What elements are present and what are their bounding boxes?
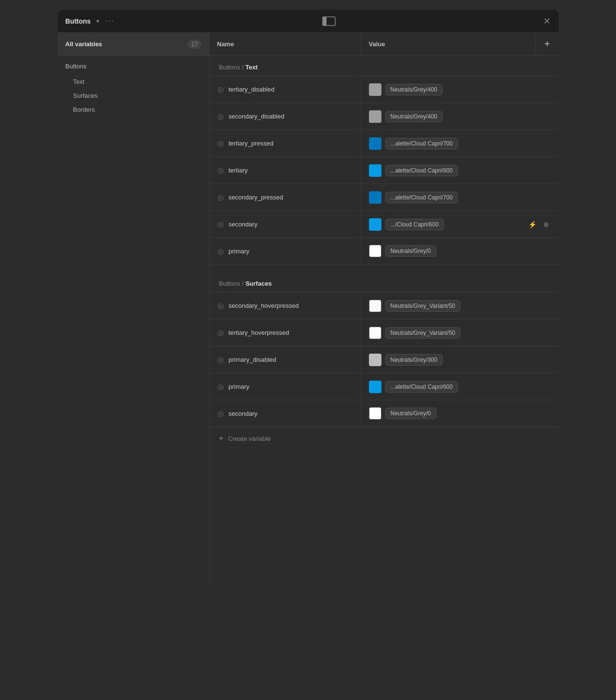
value-chip: Neutrals/Grey/0	[385, 408, 436, 419]
value-chip: ...alette/Cloud Capri/600	[385, 381, 458, 393]
sidebar-header: All variables 17	[58, 33, 209, 56]
text-group-header: Buttons / Text	[210, 56, 559, 76]
create-variable-label: Create variable	[228, 435, 271, 442]
color-swatch[interactable]	[369, 327, 381, 339]
var-value-cell[interactable]: Neutrals/Grey_Variant/50	[361, 292, 559, 319]
sidebar-item-text[interactable]: Text	[58, 75, 209, 89]
var-value-cell[interactable]: .../Cloud Capri/600 ⚡ ⊕	[361, 211, 559, 238]
table-row: ◎ secondary_disabled Neutrals/Grey/400	[210, 103, 559, 130]
color-swatch[interactable]	[369, 245, 381, 257]
variable-name: secondary	[229, 410, 258, 417]
app-window: Buttons ▾ ··· ✕ All variables 17 Buttons…	[58, 10, 559, 588]
title-text: Buttons	[66, 17, 91, 25]
value-chip: Neutrals/Grey_Variant/50	[385, 300, 461, 312]
color-variable-icon: ◎	[217, 112, 224, 121]
sidebar-item-surfaces[interactable]: Surfaces	[58, 89, 209, 103]
value-chip: ...alette/Cloud Capri/600	[385, 165, 458, 176]
variable-name: secondary	[229, 221, 258, 228]
color-variable-icon: ◎	[217, 355, 224, 364]
var-value-cell[interactable]: Neutrals/Grey_Variant/50	[361, 319, 559, 346]
surfaces-group: Buttons / Surfaces ◎ secondary_hoverpres…	[210, 272, 559, 427]
title-bar-left: Buttons ▾ ···	[66, 17, 115, 26]
variable-name: tertiary_hoverpressed	[229, 329, 289, 336]
value-chip: Neutrals/Grey/300	[385, 354, 443, 366]
table-row: ◎ tertiary ...alette/Cloud Capri/600	[210, 157, 559, 184]
close-button[interactable]: ✕	[543, 17, 550, 26]
var-name-cell: ◎ tertiary_hoverpressed	[210, 319, 361, 346]
var-value-cell[interactable]: Neutrals/Grey/300	[361, 346, 559, 373]
variable-name: secondary_disabled	[229, 113, 285, 120]
color-variable-icon: ◎	[217, 382, 224, 391]
more-options-button[interactable]: ···	[105, 17, 114, 26]
var-name-cell: ◎ tertiary_pressed	[210, 130, 361, 157]
var-value-cell[interactable]: ...alette/Cloud Capri/700	[361, 130, 559, 157]
var-name-cell: ◎ tertiary_disabled	[210, 76, 361, 103]
value-chip: Neutrals/Grey/0	[385, 245, 436, 257]
panel-toggle-button[interactable]	[322, 16, 336, 26]
variable-actions: ⚡ ⊕	[526, 219, 551, 230]
content-header: Name Value +	[210, 33, 559, 56]
var-value-cell[interactable]: ...alette/Cloud Capri/600	[361, 373, 559, 400]
variable-name: tertiary	[229, 167, 248, 174]
table-row: ◎ tertiary_pressed ...alette/Cloud Capri…	[210, 130, 559, 157]
table-row: ◎ tertiary_hoverpressed Neutrals/Grey_Va…	[210, 319, 559, 346]
color-swatch[interactable]	[369, 191, 381, 204]
color-swatch[interactable]	[369, 300, 381, 312]
variable-name: tertiary_pressed	[229, 140, 274, 147]
variable-name: primary	[229, 248, 249, 255]
table-row: ◎ secondary_pressed ...alette/Cloud Capr…	[210, 184, 559, 211]
value-chip: Neutrals/Grey_Variant/50	[385, 327, 461, 339]
add-variable-button[interactable]: +	[536, 33, 559, 55]
color-swatch[interactable]	[369, 407, 381, 420]
variable-name: secondary_pressed	[229, 194, 283, 201]
var-name-cell: ◎ secondary	[210, 211, 361, 238]
unlink-button[interactable]: ⚡	[526, 219, 538, 230]
svg-rect-1	[323, 17, 327, 26]
panel-icon	[322, 16, 336, 26]
buttons-section-title: Buttons	[66, 63, 201, 70]
value-chip: Neutrals/Grey/400	[385, 111, 443, 122]
variable-name: tertiary_disabled	[229, 86, 275, 93]
all-variables-label: All variables	[66, 40, 103, 48]
color-swatch[interactable]	[369, 110, 381, 123]
color-swatch[interactable]	[369, 218, 381, 231]
var-name-cell: ◎ primary	[210, 373, 361, 400]
var-name-cell: ◎ secondary_hoverpressed	[210, 292, 361, 319]
content: Name Value + Buttons / Text ◎ tertiary_d…	[210, 33, 559, 588]
buttons-section: Buttons	[58, 56, 209, 75]
color-swatch[interactable]	[369, 164, 381, 177]
color-swatch[interactable]	[369, 354, 381, 366]
color-swatch[interactable]	[369, 83, 381, 96]
title-bar: Buttons ▾ ··· ✕	[58, 10, 559, 33]
sidebar-item-borders[interactable]: Borders	[58, 103, 209, 117]
create-variable-button[interactable]: + Create variable	[210, 427, 559, 449]
value-chip: Neutrals/Grey/400	[385, 84, 443, 95]
variable-name: secondary_hoverpressed	[229, 302, 299, 309]
var-value-cell[interactable]: ...alette/Cloud Capri/600	[361, 157, 559, 184]
var-value-cell[interactable]: Neutrals/Grey/400	[361, 103, 559, 130]
color-swatch[interactable]	[369, 137, 381, 150]
var-value-cell[interactable]: ...alette/Cloud Capri/700	[361, 184, 559, 211]
color-swatch[interactable]	[369, 381, 381, 393]
color-variable-icon: ◎	[217, 166, 224, 175]
value-column-header: Value	[361, 33, 536, 55]
color-variable-icon: ◎	[217, 328, 224, 337]
var-name-cell: ◎ secondary_disabled	[210, 103, 361, 130]
table-row: ◎ primary ...alette/Cloud Capri/600	[210, 373, 559, 400]
plus-icon: +	[219, 434, 223, 443]
color-variable-icon: ◎	[217, 193, 224, 202]
var-name-cell: ◎ primary_disabled	[210, 346, 361, 373]
value-chip: .../Cloud Capri/600	[385, 219, 444, 230]
text-group: Buttons / Text ◎ tertiary_disabled Neutr…	[210, 56, 559, 264]
variable-name: primary_disabled	[229, 356, 276, 363]
var-value-cell[interactable]: Neutrals/Grey/0	[361, 238, 559, 264]
var-value-cell[interactable]: Neutrals/Grey/400	[361, 76, 559, 103]
var-name-cell: ◎ tertiary	[210, 157, 361, 184]
value-chip: ...alette/Cloud Capri/700	[385, 192, 458, 203]
title-chevron-icon: ▾	[96, 18, 99, 25]
table-row: ◎ primary_disabled Neutrals/Grey/300	[210, 346, 559, 373]
var-value-cell[interactable]: Neutrals/Grey/0	[361, 400, 559, 426]
adjust-button[interactable]: ⊕	[541, 219, 551, 230]
color-variable-icon: ◎	[217, 85, 224, 94]
color-variable-icon: ◎	[217, 139, 224, 148]
